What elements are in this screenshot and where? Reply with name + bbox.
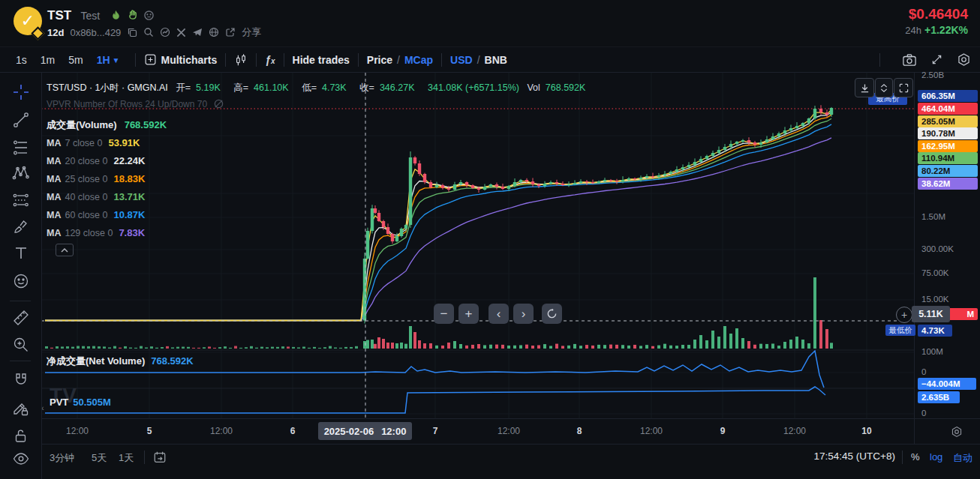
camera-screenshot-icon[interactable]	[902, 53, 917, 67]
candle-style-button[interactable]	[234, 53, 248, 67]
scroll-right-button[interactable]: ›	[513, 304, 534, 324]
timeframe-1m[interactable]: 1m	[41, 54, 55, 66]
token-symbol: TST	[47, 8, 71, 22]
trend-line-tool-icon[interactable]	[12, 111, 30, 129]
gmgn-trading-app: ✓ TST Test 12d 0x86b...429 分享 $0.46404 2	[0, 0, 980, 479]
usd-bnb-toggle[interactable]: USD/BNB	[450, 54, 507, 66]
time-axis-label: 12:00	[640, 426, 663, 436]
token-age: 12d	[47, 27, 64, 38]
eye-off-icon[interactable]	[213, 98, 224, 109]
telegram-icon[interactable]	[192, 27, 203, 37]
fire-icon	[110, 10, 122, 21]
chart-site-icon[interactable]	[160, 27, 170, 37]
price-mcap-toggle[interactable]: Price/MCap	[367, 54, 433, 66]
volume-legend-row[interactable]: 成交量(Volume)768.592K	[47, 118, 167, 132]
external-link-icon[interactable]	[225, 27, 236, 37]
collapse-pane-button[interactable]	[875, 78, 893, 97]
candles-icon	[234, 53, 248, 67]
price-scale-tick: 300.00K	[921, 244, 954, 253]
x-twitter-icon[interactable]	[176, 28, 186, 37]
draw-lock-tool-icon[interactable]	[12, 400, 30, 418]
volume-value: 768.592K	[546, 82, 586, 93]
time-axis-label: 9	[720, 426, 726, 436]
pvt-legend-row[interactable]: PVT50.505M	[50, 397, 111, 408]
ma-legend-row[interactable]: MA25 close 018.83K	[47, 173, 145, 184]
range-1d-button[interactable]: 1天	[119, 451, 134, 465]
auto-scale-button[interactable]: 自动	[953, 451, 972, 465]
share-button[interactable]: 分享	[242, 25, 261, 39]
bot-icon	[143, 10, 155, 21]
axis-gear-icon[interactable]	[951, 426, 963, 438]
settings-gear-icon[interactable]	[957, 52, 971, 67]
fib-lines-tool-icon[interactable]	[12, 139, 30, 157]
search-icon[interactable]	[143, 27, 154, 37]
hand-icon	[127, 10, 138, 21]
time-axis-label: 10	[861, 426, 871, 436]
brush-tool-icon[interactable]	[12, 217, 30, 235]
chart-bottom-bar: 3分钟 5天 1天 17:54:45 (UTC+8) % log 自动	[0, 444, 980, 479]
log-scale-button[interactable]: log	[930, 451, 942, 463]
indicators-button[interactable]: ƒx	[265, 54, 275, 66]
open-value: 5.19K	[196, 82, 221, 93]
time-axis-label: 12:00	[66, 426, 89, 436]
crosshair-tool-icon[interactable]	[12, 83, 30, 101]
vpvr-indicator-row[interactable]: VPVR Number Of Rows 24 Up/Down 70	[47, 98, 224, 109]
lock-tool-icon[interactable]	[12, 427, 30, 445]
add-alert-plus-icon[interactable]: +	[896, 307, 912, 323]
percent-scale-button[interactable]: %	[911, 451, 920, 463]
zoom-in-button[interactable]: +	[458, 304, 479, 324]
low-value: 4.73K	[322, 82, 347, 93]
change-value: 341.08K (+6571.15%)	[428, 82, 519, 93]
multicharts-button[interactable]: Multicharts	[144, 53, 218, 66]
time-axis-label: 7	[433, 426, 438, 436]
zoom-in-tool-icon[interactable]	[12, 336, 30, 354]
token-header: ✓ TST Test 12d 0x86b...429 分享 $0.46404 2	[0, 0, 980, 46]
hide-drawings-tool-icon[interactable]	[12, 450, 30, 468]
website-globe-icon[interactable]	[209, 27, 219, 37]
ma-legend-row[interactable]: MA20 close 022.24K	[47, 155, 145, 166]
ma40-value-badge: 110.94M	[918, 152, 978, 164]
token-address[interactable]: 0x86b...429	[70, 27, 121, 38]
time-axis-label: 5	[147, 426, 152, 436]
ma-legend-row[interactable]: MA60 close 010.87K	[47, 209, 145, 220]
range-5d-button[interactable]: 5天	[92, 451, 107, 465]
go-to-date-icon[interactable]	[153, 451, 167, 464]
chevron-down-icon: ▼	[113, 56, 120, 64]
price-scale-tick: 75.00K	[921, 268, 948, 277]
scroll-left-button[interactable]: ‹	[488, 304, 509, 324]
netvolume-legend-row[interactable]: 净成交量(Net Volume)768.592K	[47, 355, 194, 368]
maximize-pane-button[interactable]	[894, 78, 913, 97]
text-tool-tool-icon[interactable]	[12, 244, 30, 262]
magnet-tool-icon[interactable]	[12, 372, 30, 390]
hide-trades-button[interactable]: Hide trades	[293, 54, 350, 66]
time-axis[interactable]: 2025-02-0612:00 12:00512:006712:00812:00…	[41, 418, 914, 445]
zoom-out-button[interactable]: −	[434, 304, 454, 324]
pvt-value-badge: 2.635B	[918, 391, 960, 403]
legend-collapse-button[interactable]	[56, 244, 74, 256]
xabcd-pattern-tool-icon[interactable]	[12, 164, 30, 182]
ma-legend-row[interactable]: MA129 close 07.83K	[47, 227, 145, 238]
price-scale[interactable]: 2.50B1.50M300.00K75.00K15.00K100M00606.3…	[914, 73, 980, 418]
token-name: Test	[81, 10, 101, 22]
emoji-tool-icon[interactable]	[12, 272, 30, 290]
download-chart-button[interactable]	[855, 78, 874, 97]
sidebar-collapse-handle[interactable]: ‹	[41, 400, 48, 415]
range-3min-button[interactable]: 3分钟	[50, 451, 74, 465]
reset-chart-button[interactable]	[542, 304, 562, 324]
timeframe-5m[interactable]: 5m	[68, 54, 83, 66]
timeframe-1s[interactable]: 1s	[16, 54, 27, 66]
copy-icon[interactable]	[127, 27, 137, 37]
fullscreen-expand-icon[interactable]	[930, 53, 943, 66]
netvol-value-badge: −44.004M	[918, 378, 976, 390]
ma-legend-row[interactable]: MA7 close 053.91K	[47, 137, 140, 148]
ma60-value-badge: 80.22M	[918, 165, 978, 177]
crosshair-time-label: 2025-02-0612:00	[318, 422, 412, 440]
ruler-tool-icon[interactable]	[12, 309, 30, 327]
ma-legend-row[interactable]: MA40 close 013.71K	[47, 191, 145, 202]
projection-tool-icon[interactable]	[12, 191, 30, 209]
chart-toolbar: 1s 1m 5m 1H▼ Multicharts ƒx Hide trades …	[0, 46, 980, 73]
chart-clock[interactable]: 17:54:45 (UTC+8)	[814, 451, 895, 462]
timeframe-1h[interactable]: 1H▼	[97, 54, 120, 66]
current-price-badge: 464.04M	[918, 103, 978, 115]
ma129-value-badge: 38.62M	[918, 178, 978, 190]
